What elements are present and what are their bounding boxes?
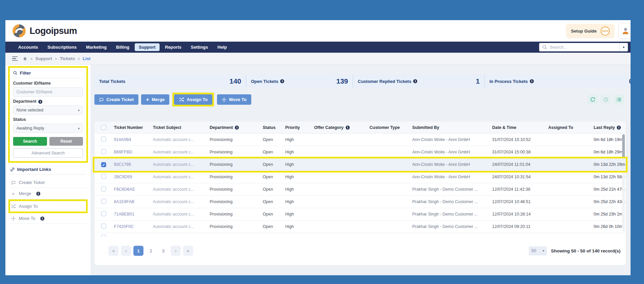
next-page-button[interactable]: › [171,246,181,256]
cell-date-time: 12/07/2024 11:42:38 [492,187,548,192]
scrollbar-thumb[interactable] [622,134,625,161]
create-ticket-button[interactable]: Create Ticket [94,94,138,105]
cell-last-reply: 0m 6d 18h 29m [594,150,626,154]
setup-progress-badge: 100% [601,27,610,36]
breadcrumb-tickets[interactable]: Tickets [60,56,75,61]
stats-bar: Total Tickets140Open Ticketsi139Customer… [94,75,631,88]
search-box [539,43,619,51]
row-checkbox[interactable] [101,137,106,142]
app-header: Logoipsum Setup Guide 100% [5,20,631,42]
row-checkbox[interactable]: ✓ [101,162,106,167]
cell-priority: High [285,162,314,167]
assign-to-button[interactable]: Assign To [174,94,212,105]
cell-date-time: 24/07/2024 11:01:04 [492,162,548,167]
chat-icon [11,180,16,185]
chevron-down-icon: ▾ [78,127,80,130]
prev-page-button[interactable]: ‹ [121,246,131,256]
last-page-button[interactable]: » [183,246,193,256]
stat-segment: In Process Ticketsi0 [485,75,631,88]
row-checkbox[interactable] [101,235,106,237]
table-row[interactable]: 2BC9D59Automatic account c...Provisionin… [94,171,626,183]
table-row[interactable]: 71ABEB01Automatic account c...Provisioni… [94,208,626,221]
important-links-title: Important Links [10,167,86,175]
cell-ticket-number: 914A0B4 [114,137,153,142]
table-row[interactable]: B69FFBDAutomatic account c...Provisionin… [94,146,626,158]
row-checkbox[interactable] [101,211,106,216]
list-view-button[interactable] [614,95,624,105]
page-size-select[interactable]: 50 ▾ [529,246,547,255]
stat-value: 140 [229,77,241,85]
first-page-button[interactable]: « [109,246,119,256]
history-button[interactable] [601,95,611,105]
table-row[interactable]: 8A1E9FABAutomatic account c...Provisioni… [94,196,626,208]
home-icon[interactable] [23,56,28,61]
shuffle-icon [179,97,184,102]
chevron-down-icon: ▾ [623,45,625,49]
advanced-search-button[interactable]: Advanced Search [13,148,83,158]
row-checkbox[interactable] [101,224,106,229]
select-all-checkbox[interactable] [101,125,106,130]
sidebar-item-create-ticket[interactable]: Create Ticket [10,177,86,188]
merge-button[interactable]: + Merge [141,94,169,105]
reset-button[interactable]: Reset [49,137,83,146]
search-scope-dropdown[interactable]: ▾ [619,43,628,51]
stat-label: Open Ticketsi [251,79,284,84]
status-select[interactable]: Awaiting Reply ▾ [13,124,83,133]
move-to-button[interactable]: Move To [217,94,251,105]
sidebar-toggle-icon[interactable] [12,56,18,61]
nav-item-reports[interactable]: Reports [161,43,185,51]
table-row[interactable]: 914A0B4Automatic account c...Provisionin… [94,134,626,146]
search-button[interactable]: Search [13,137,47,146]
row-checkbox[interactable] [101,199,106,204]
link-icon [10,167,15,172]
checkbox-cell: ✓ [94,162,114,167]
checkbox-cell [94,137,114,143]
search-input[interactable] [550,45,616,50]
avatar[interactable] [618,23,631,39]
cell-department: Provisioning [210,150,263,154]
page-1-button[interactable]: 1 [133,246,143,256]
breadcrumb-support[interactable]: Support [35,56,52,61]
table-scrollbar[interactable] [622,134,625,232]
row-checkbox[interactable] [101,174,106,179]
row-checkbox[interactable] [101,149,106,154]
row-checkbox[interactable] [101,186,106,191]
nav-item-marketing[interactable]: Marketing [82,43,111,51]
customer-id-input[interactable] [13,87,83,97]
stat-segment: Open Ticketsi139 [246,75,353,88]
customer-id-label: Customer ID/Name [13,81,83,86]
table-row[interactable]: F7420F0CAutomatic account c...Provisioni… [94,221,626,233]
cell-last-reply: 0m 6d 18h 19m [594,137,626,142]
column-header: Last Replyi [594,125,626,130]
cell-priority: High [285,224,314,229]
nav-item-support[interactable]: Support [135,43,160,51]
cell-submitted-by: Ann-Cristin Woite - Anni GmbH [412,162,492,167]
refresh-button[interactable] [588,95,598,105]
nav-item-settings[interactable]: Settings [187,43,212,51]
logo: Logoipsum [12,24,77,38]
sidebar-item-move-to[interactable]: Move To i [10,213,86,224]
sidebar-item-merge[interactable]: + Merge i [10,188,86,199]
pagination: « ‹ 123 › » [109,246,193,256]
cell-department: Provisioning [210,137,263,142]
checkbox-cell [94,224,114,230]
refresh-icon [590,97,596,102]
column-header: Departmenti [210,125,263,130]
department-select[interactable]: None selected ▾ [13,105,83,115]
info-icon: i [280,79,284,83]
sidebar-item-assign-to[interactable]: Assign To [10,201,86,211]
nav-item-subscriptions[interactable]: Subscriptions [43,43,81,51]
page-3-button[interactable]: 3 [158,246,168,256]
nav-item-accounts[interactable]: Accounts [14,43,42,51]
stat-value: 139 [336,77,348,85]
cell-department: Provisioning [210,162,263,167]
nav-item-help[interactable]: Help [213,43,231,51]
breadcrumb-list[interactable]: List [83,56,90,61]
table-row[interactable]: ✓93C1799Automatic account c...Provisioni… [94,158,626,171]
setup-guide-button[interactable]: Setup Guide 100% [566,24,614,38]
nav-item-billing[interactable]: Billing [112,43,133,51]
table-row[interactable]: F6C6D6AEAutomatic account c...Provisioni… [94,183,626,196]
toolbar: Create Ticket + Merge Assign To [94,94,631,105]
page-2-button[interactable]: 2 [146,246,156,256]
main-content: Total Tickets140Open Ticketsi139Customer… [91,65,631,275]
